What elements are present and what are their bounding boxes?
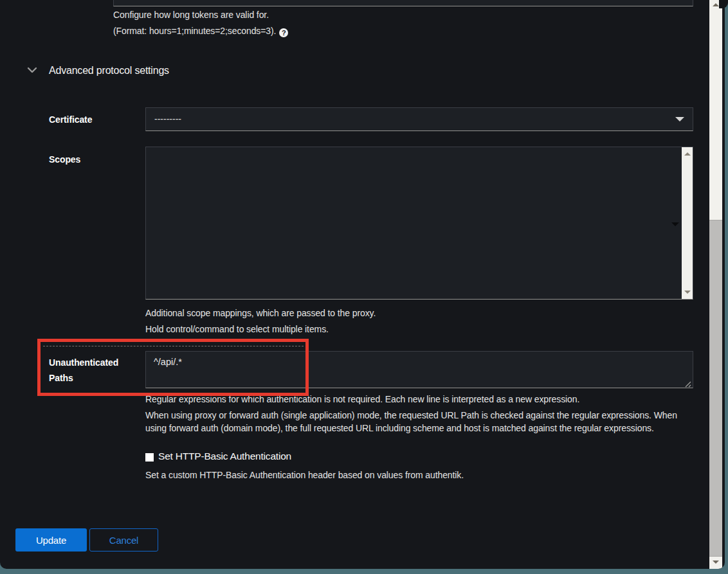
caret-down-icon: [675, 117, 684, 121]
resize-grip-icon[interactable]: [684, 380, 691, 388]
chevron-down-icon[interactable]: [26, 65, 38, 75]
scopes-scrollbar[interactable]: [682, 147, 693, 299]
cancel-button[interactable]: Cancel: [89, 528, 158, 552]
paths-help-paragraph1: Regular expressions for which authentica…: [145, 393, 697, 406]
scopes-label: Scopes: [49, 152, 80, 167]
scopes-help-line2: Hold control/command to select multiple …: [145, 323, 329, 336]
basic-auth-label[interactable]: Set HTTP-Basic Authentication: [158, 451, 291, 462]
page-scrollbar[interactable]: [709, 0, 722, 569]
scroll-up-icon[interactable]: [684, 152, 691, 156]
basic-auth-help: Set a custom HTTP-Basic Authentication h…: [145, 469, 464, 481]
scopes-help-line1: Additional scope mappings, which are pas…: [145, 307, 376, 319]
token-validity-help-line1: Configure how long tokens are valid for.: [113, 8, 269, 21]
unauthenticated-paths-label: Unauthenticated Paths: [49, 355, 134, 386]
certificate-selected-value: ---------: [154, 108, 181, 130]
token-validity-help-line2: (Format: hours=1;minutes=2;seconds=3).: [113, 26, 276, 36]
scrollbar-thumb[interactable]: [709, 220, 722, 557]
scrollbar-up-icon[interactable]: [713, 3, 719, 6]
settings-form-panel: Configure how long tokens are valid for.…: [0, 0, 725, 569]
token-validity-input[interactable]: [113, 0, 693, 6]
token-validity-help-line2-row: (Format: hours=1;minutes=2;seconds=3).?: [113, 24, 288, 37]
certificate-select[interactable]: ---------: [145, 107, 693, 131]
scroll-down-icon[interactable]: [684, 291, 691, 294]
update-button[interactable]: Update: [15, 528, 87, 552]
section-toggle-advanced-protocol-settings[interactable]: Advanced protocol settings: [49, 65, 169, 76]
basic-auth-checkbox[interactable]: [145, 453, 154, 462]
question-circle-icon[interactable]: ?: [279, 28, 288, 37]
scopes-multiselect[interactable]: [145, 147, 693, 300]
certificate-label: Certificate: [49, 112, 92, 127]
scrollbar-down-icon[interactable]: [713, 561, 719, 564]
paths-help-paragraph2: When using proxy or forward auth (single…: [145, 409, 697, 435]
unauthenticated-paths-textarea[interactable]: ^/api/.*: [145, 351, 693, 388]
select-caret-icon: [671, 222, 679, 226]
window-corner: [719, 0, 728, 8]
